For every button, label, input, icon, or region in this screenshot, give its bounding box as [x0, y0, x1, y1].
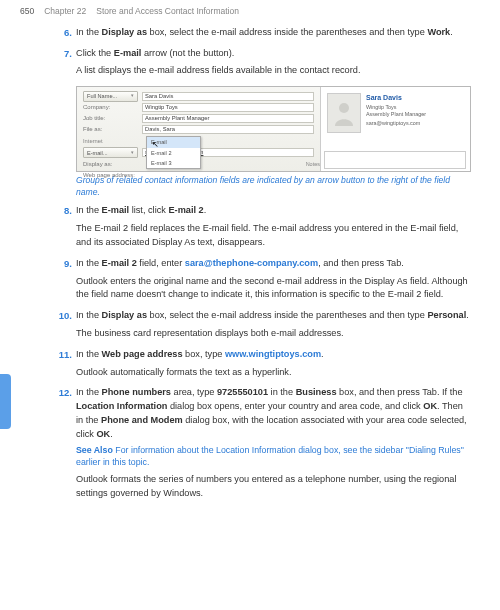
step-11: 11. In the Web page address box, type ww… — [55, 348, 472, 384]
main-content: 6. In the Display as box, select the e-m… — [0, 26, 500, 505]
card-name: Sara Davis — [366, 93, 464, 102]
step-10: 10. In the Display as box, select the e-… — [55, 309, 472, 345]
step-number: 11. — [55, 348, 72, 384]
company-label: Company: — [83, 103, 138, 112]
cursor-icon: ↖ — [152, 139, 159, 151]
step-number: 10. — [55, 309, 72, 345]
step-number: 8. — [55, 204, 72, 253]
page-header: 650 Chapter 22 Store and Access Contact … — [0, 0, 500, 26]
step-body: In the Display as box, select the e-mail… — [76, 309, 472, 345]
card-email: sara@wingtiptoys.com — [366, 120, 464, 127]
step-number: 12. — [55, 386, 72, 505]
thumb-tab — [0, 374, 11, 429]
step-body: In the Phone numbers area, type 97255501… — [76, 386, 472, 505]
step-body: In the E-mail list, click E-mail 2. The … — [76, 204, 472, 253]
see-also-note: See Also For information about the Locat… — [76, 445, 472, 469]
step-9: 9. In the E-mail 2 field, enter sara@the… — [55, 257, 472, 306]
avatar-placeholder-icon — [327, 93, 361, 133]
chapter-title: Store and Access Contact Information — [96, 5, 239, 18]
fullname-field[interactable]: Sara Davis — [142, 92, 314, 101]
fullname-button[interactable]: Full Name... — [83, 91, 138, 102]
fileas-label: File as: — [83, 125, 138, 134]
displayas-label: Display as: — [83, 160, 138, 169]
svg-point-0 — [339, 103, 349, 113]
step-number: 7. — [55, 47, 72, 83]
figure-left-panel: Full Name... Sara Davis Company: Wingtip… — [77, 87, 320, 171]
notes-label: Notes — [306, 160, 320, 168]
contact-form-figure: Full Name... Sara Davis Company: Wingtip… — [76, 86, 471, 172]
chapter-label: Chapter 22 — [44, 5, 86, 18]
fileas-field[interactable]: Davis, Sara — [142, 125, 314, 134]
step-12: 12. In the Phone numbers area, type 9725… — [55, 386, 472, 505]
company-field[interactable]: Wingtip Toys — [142, 103, 314, 112]
notes-field[interactable] — [324, 151, 466, 169]
step-6: 6. In the Display as box, select the e-m… — [55, 26, 472, 44]
webpage-label: Web page address: — [83, 171, 153, 180]
step-number: 9. — [55, 257, 72, 306]
step-body: Click the E-mail arrow (not the button).… — [76, 47, 472, 83]
step-body: In the Display as box, select the e-mail… — [76, 26, 472, 44]
jobtitle-field[interactable]: Assembly Plant Manager — [142, 114, 314, 123]
email-dropdown-button[interactable]: E-mail... — [83, 147, 138, 158]
jobtitle-label: Job title: — [83, 114, 138, 123]
card-company: Wingtip Toys — [366, 104, 464, 111]
card-title: Assembly Plant Manager — [366, 111, 464, 118]
step-body: In the Web page address box, type www.wi… — [76, 348, 472, 384]
page-number: 650 — [20, 5, 34, 18]
dropdown-option-email3[interactable]: E-mail 3 — [147, 158, 200, 168]
step-7: 7. Click the E-mail arrow (not the butto… — [55, 47, 472, 83]
step-8: 8. In the E-mail list, click E-mail 2. T… — [55, 204, 472, 253]
step-body: In the E-mail 2 field, enter sara@thepho… — [76, 257, 472, 306]
step-number: 6. — [55, 26, 72, 44]
